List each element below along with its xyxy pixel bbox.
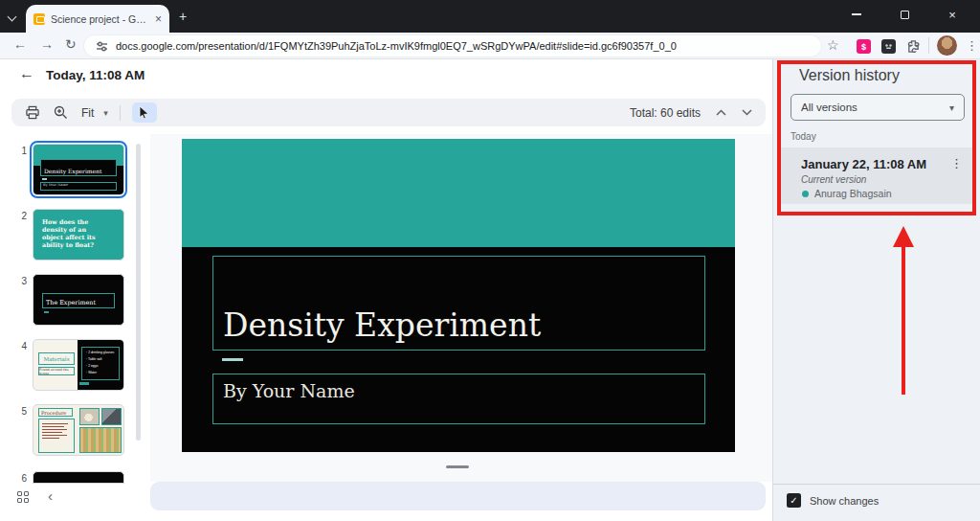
window-close-button[interactable]: × (933, 0, 971, 29)
thumb-subtitle: Found around the house (39, 368, 74, 375)
annotation-arrow-head (893, 226, 914, 247)
thumb-text-block (38, 419, 75, 453)
google-slides-favicon (33, 13, 45, 25)
checkmark-icon: ✓ (790, 495, 797, 506)
thumb-bullet: ▪ Table salt (86, 356, 119, 363)
thumb-title: The Experiment (46, 299, 96, 306)
thumb-title: Materials (43, 356, 69, 362)
tab-search-icon[interactable] (9, 13, 16, 21)
speaker-notes-bar[interactable] (150, 482, 766, 510)
slide-thumbnail-1[interactable]: Density Experiment By Your Name (33, 144, 124, 195)
extension-dark-glyph (884, 43, 893, 50)
extensions-puzzle-icon[interactable] (906, 38, 921, 53)
site-info-icon[interactable] (96, 40, 108, 53)
total-edits-label: Total: 60 edits (630, 106, 701, 120)
new-tab-button[interactable]: + (179, 9, 187, 24)
thumb-photo (101, 408, 122, 425)
slide-thumbnail-3[interactable]: The Experiment (33, 274, 124, 326)
fit-caret-icon[interactable]: ▾ (103, 108, 108, 118)
thumb-title: Procedure (41, 410, 66, 416)
zoom-fit-select[interactable]: Fit (81, 106, 94, 120)
print-button[interactable] (25, 105, 40, 120)
minimize-icon (852, 13, 861, 15)
slide-number: 3 (13, 276, 27, 286)
browser-tab[interactable]: Science project - Google Slides × (26, 5, 169, 33)
previous-edit-button[interactable] (716, 109, 726, 116)
version-header-title: Today, 11:08 AM (46, 68, 145, 82)
show-changes-label: Show changes (810, 495, 879, 507)
thumb-bullet: ▪ 2 eggs (86, 363, 119, 370)
slide-subtitle-box[interactable]: By Your Name (212, 374, 705, 424)
browser-reload-icon[interactable]: ↻ (65, 36, 77, 52)
slide-title-box[interactable]: Density Experiment (212, 256, 705, 351)
slide-thumbnail-6[interactable] (33, 471, 124, 484)
extension-dark-icon[interactable] (881, 39, 896, 54)
close-icon: × (948, 8, 956, 22)
window-minimize-button[interactable] (837, 0, 876, 29)
filmstrip-scrollbar[interactable] (136, 144, 141, 441)
slide-thumbnail-5[interactable]: Procedure (33, 404, 124, 456)
exit-version-history-button[interactable]: ← (19, 65, 34, 82)
editor-toolbar: Fit ▾ Total: 60 edits (11, 99, 766, 126)
slide-number: 6 (13, 473, 27, 484)
toolbar-divider (120, 105, 121, 121)
slide-number: 4 (13, 341, 27, 351)
url-text: docs.google.com/presentation/d/1FQMYtZh3… (116, 40, 677, 52)
browser-back-icon[interactable]: ← (13, 36, 27, 52)
profile-avatar[interactable] (937, 35, 957, 56)
thumb-bullet: ▪ 2 drinking glasses (86, 350, 119, 356)
slide-subtitle-text: By Your Name (223, 380, 355, 401)
grid-view-button[interactable] (17, 491, 31, 505)
select-tool-button[interactable] (132, 102, 157, 123)
cursor-icon (139, 106, 149, 119)
browser-forward-icon[interactable]: → (40, 36, 54, 52)
tab-title: Science project - Google Slides (51, 13, 149, 25)
slide-teal-band (182, 139, 735, 247)
slide-accent-dash (222, 358, 243, 361)
thumb-question-text: How does the density of an object affect… (42, 218, 101, 249)
collapse-filmstrip-icon[interactable]: ‹ (48, 487, 53, 504)
zoom-button[interactable] (54, 105, 68, 120)
speaker-notes-handle[interactable] (446, 465, 469, 468)
next-edit-button[interactable] (742, 109, 752, 116)
slide-number: 5 (13, 406, 27, 417)
toolbar-separator (928, 37, 929, 54)
slide-thumbnail-2[interactable]: How does the density of an object affect… (33, 209, 124, 260)
bookmark-star-icon[interactable]: ☆ (827, 37, 839, 53)
thumb-photo (79, 427, 122, 453)
slide-thumbnail-4[interactable]: Materials Found around the house ▪ 2 dri… (33, 339, 124, 391)
annotation-highlight-rectangle (777, 60, 976, 215)
slide-number: 1 (13, 146, 27, 156)
browser-menu-icon[interactable]: ⋮ (966, 38, 978, 53)
current-slide[interactable]: Density Experiment By Your Name (182, 139, 735, 452)
show-changes-checkbox[interactable]: ✓ (787, 493, 801, 508)
app-window: Science project - Google Slides × + × ← … (0, 0, 980, 521)
slide-number: 2 (13, 211, 27, 221)
tab-close-icon[interactable]: × (155, 13, 162, 25)
url-bar[interactable]: docs.google.com/presentation/d/1FQMYtZh3… (84, 35, 821, 57)
panel-divider (772, 484, 980, 485)
maximize-icon (901, 11, 909, 19)
thumb-title: Density Experiment (44, 168, 101, 174)
annotation-arrow (902, 245, 905, 395)
thumb-subtitle: By Your Name (43, 183, 68, 187)
window-maximize-button[interactable] (885, 0, 924, 29)
thumb-bullet: ▪ Water (86, 370, 119, 376)
thumb-photo (79, 408, 100, 425)
extension-dollar-icon[interactable]: $ (857, 39, 871, 54)
slide-title-text: Density Experiment (223, 306, 541, 344)
